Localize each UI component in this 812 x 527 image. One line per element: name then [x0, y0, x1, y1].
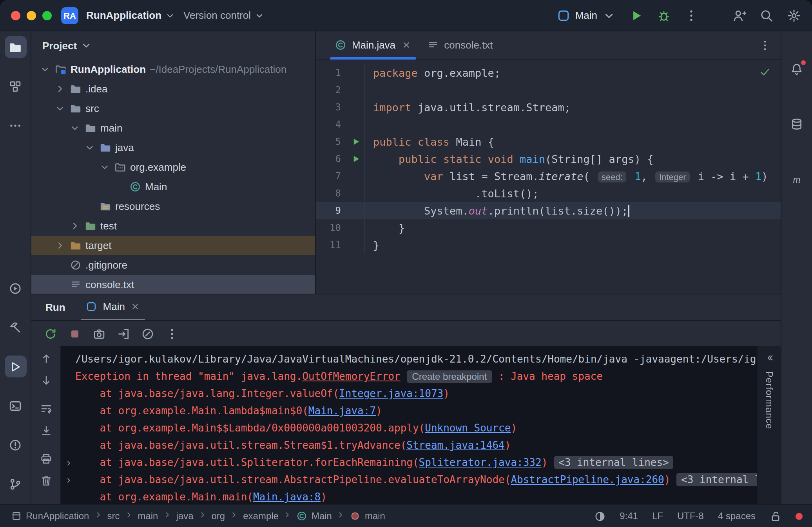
- expand-toggle-icon[interactable]: [39, 63, 51, 75]
- fold-toggle-icon[interactable]: [64, 476, 72, 484]
- next-occurrence-button[interactable]: [40, 374, 52, 387]
- run-tab-main[interactable]: Main: [81, 294, 145, 320]
- print-button[interactable]: [40, 453, 52, 465]
- indent-widget[interactable]: 4 spaces: [718, 511, 756, 522]
- tool-strip-notifications[interactable]: [786, 58, 808, 80]
- project-menu-button[interactable]: RunApplication: [86, 9, 176, 21]
- stack-trace-link[interactable]: Stream.java:1464: [406, 439, 504, 451]
- close-window-button[interactable]: [11, 11, 20, 20]
- expand-toggle-icon[interactable]: [69, 122, 81, 134]
- editor-line-2[interactable]: 2: [316, 81, 781, 99]
- encoding-widget[interactable]: UTF-8: [677, 511, 704, 522]
- folded-lines-chip[interactable]: <3 internal li: [676, 473, 757, 486]
- debug-button[interactable]: [657, 8, 671, 22]
- editor-line-8[interactable]: 8 .toList();: [316, 185, 781, 202]
- expand-toggle-icon[interactable]: [84, 142, 96, 153]
- breadcrumb-src[interactable]: src: [107, 511, 120, 522]
- expand-toggle-icon[interactable]: [69, 220, 81, 232]
- breadcrumb-runapplication[interactable]: RunApplication: [11, 511, 89, 522]
- prev-occurrence-button[interactable]: [40, 352, 52, 365]
- stack-trace-link[interactable]: Integer.java:1073: [339, 388, 443, 399]
- lock-widget[interactable]: [770, 510, 781, 522]
- code-area[interactable]: 1package org.example;23import java.util.…: [316, 60, 781, 294]
- collapse-stripe-icon[interactable]: [764, 352, 775, 363]
- minimize-window-button[interactable]: [27, 11, 36, 20]
- breadcrumb-example[interactable]: example: [243, 511, 279, 522]
- tool-strip-services[interactable]: [4, 277, 26, 299]
- run-line-icon[interactable]: [351, 137, 361, 146]
- breadcrumb-main[interactable]: main: [138, 511, 158, 522]
- editor-line-5[interactable]: 5public class Main {: [316, 133, 781, 150]
- expand-toggle-icon[interactable]: [54, 83, 66, 95]
- settings-button[interactable]: [787, 8, 801, 22]
- editor-line-11[interactable]: 11}: [316, 236, 781, 254]
- editor-tab-console-txt[interactable]: console.txt: [419, 31, 500, 59]
- soft-wrap-button[interactable]: [40, 402, 52, 415]
- tree-item-test[interactable]: test: [31, 216, 315, 236]
- close-tab-icon[interactable]: [401, 40, 411, 50]
- tree-item-src[interactable]: src: [31, 99, 315, 118]
- tool-strip-project[interactable]: [4, 36, 26, 58]
- stack-trace-link[interactable]: Main.java:7: [308, 405, 376, 417]
- search-everywhere-button[interactable]: [759, 8, 774, 22]
- editor-tabs-menu-icon[interactable]: [759, 39, 771, 51]
- tree-item-console-txt[interactable]: console.txt: [31, 275, 315, 294]
- breadcrumb-org[interactable]: org: [212, 511, 225, 522]
- breadcrumb-main[interactable]: Main: [297, 511, 332, 522]
- performance-tab[interactable]: Performance: [764, 371, 775, 429]
- tool-strip-more-tool-windows[interactable]: [4, 114, 26, 136]
- project-panel-header[interactable]: Project: [31, 31, 315, 60]
- edit-configuration-button[interactable]: [141, 327, 154, 340]
- create-breakpoint-chip[interactable]: Create breakpoint: [406, 370, 492, 383]
- expand-toggle-icon[interactable]: [99, 161, 111, 173]
- line-ending-widget[interactable]: LF: [652, 511, 663, 522]
- inspection-widget[interactable]: [759, 66, 771, 81]
- clear-all-button[interactable]: [40, 475, 52, 487]
- tree-item-main[interactable]: main: [31, 118, 315, 138]
- editor-line-3[interactable]: 3import java.util.stream.Stream;: [316, 99, 781, 116]
- tree-item-idea[interactable]: .idea: [31, 79, 315, 99]
- editor-line-10[interactable]: 10 }: [316, 219, 781, 236]
- folded-lines-chip[interactable]: <3 internal lines>: [554, 456, 674, 469]
- tool-strip-database[interactable]: [786, 113, 808, 135]
- tree-item-gitignore[interactable]: .gitignore: [31, 255, 315, 275]
- more-options-button[interactable]: [165, 327, 179, 340]
- tool-strip-version-control[interactable]: [4, 473, 26, 495]
- stop-button[interactable]: [68, 327, 82, 340]
- more-actions-button[interactable]: [684, 8, 698, 22]
- editor-line-7[interactable]: 7 var list = Stream.iterate( seed: 1, In…: [316, 168, 781, 185]
- exception-link[interactable]: OutOfMemoryError: [302, 370, 400, 382]
- breadcrumb-main[interactable]: main: [350, 511, 385, 522]
- rerun-button[interactable]: [44, 327, 57, 340]
- tree-item-org-example[interactable]: org.example: [31, 157, 315, 177]
- code-with-me-button[interactable]: [732, 8, 746, 22]
- stack-trace-link[interactable]: Main.java:8: [253, 491, 321, 503]
- editor-line-9[interactable]: 9 System.out.println(list.size());: [316, 202, 781, 219]
- tool-strip-problems[interactable]: [4, 434, 26, 456]
- tree-item-java[interactable]: java: [31, 138, 315, 157]
- project-avatar[interactable]: RA: [61, 7, 78, 24]
- dump-threads-button[interactable]: [92, 327, 106, 340]
- stack-trace-link[interactable]: AbstractPipeline.java:260: [511, 474, 664, 485]
- tree-item-target[interactable]: target: [31, 236, 315, 255]
- console-output[interactable]: /Users/igor.kulakov/Library/Java/JavaVir…: [61, 346, 757, 504]
- stack-trace-link[interactable]: Unknown Source: [425, 422, 511, 434]
- fold-toggle-icon[interactable]: [64, 458, 72, 467]
- editor-line-1[interactable]: 1package org.example;: [316, 64, 781, 81]
- editor-line-6[interactable]: 6 public static void main(String[] args)…: [316, 150, 781, 168]
- editor-line-4[interactable]: 4: [316, 116, 781, 133]
- vcs-menu-button[interactable]: Version control: [183, 9, 265, 21]
- run-configuration-widget[interactable]: Main: [556, 8, 616, 22]
- tool-strip-run[interactable]: [4, 356, 26, 377]
- breadcrumb-java[interactable]: java: [176, 511, 193, 522]
- editor-tab-main-java[interactable]: Main.java: [327, 31, 419, 59]
- tree-item-resources[interactable]: resources: [31, 197, 315, 216]
- tool-strip-terminal[interactable]: [4, 395, 26, 417]
- expand-toggle-icon[interactable]: [54, 103, 66, 114]
- open-in-editor-button[interactable]: [117, 327, 130, 340]
- tree-item-main[interactable]: Main: [31, 177, 315, 197]
- theme-toggle-button[interactable]: [594, 510, 605, 522]
- zoom-window-button[interactable]: [42, 11, 52, 20]
- run-line-icon[interactable]: [351, 154, 361, 164]
- error-notification-dot[interactable]: [796, 513, 803, 520]
